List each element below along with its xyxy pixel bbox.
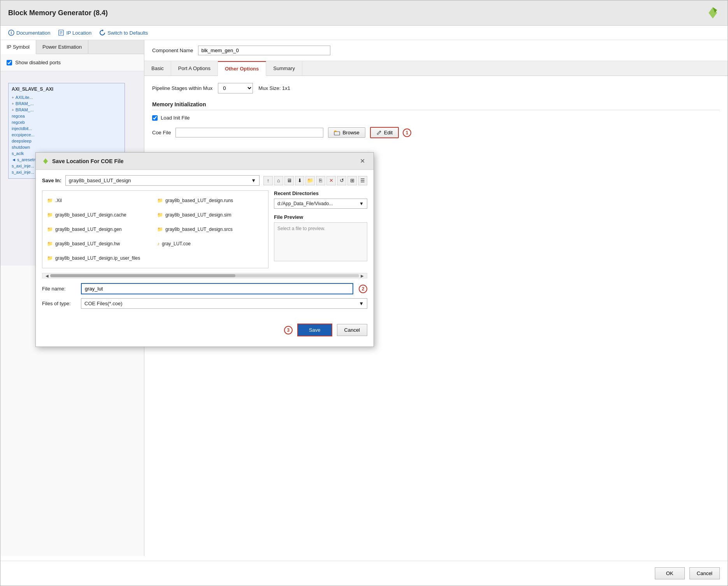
save-in-select[interactable]: gray8b_based_LUT_design ▼ [65,175,260,186]
refresh-dialog-icon[interactable]: ↺ [337,176,346,185]
copy-icon[interactable]: ⎘ [316,176,325,185]
scrollbar-track [50,274,359,277]
component-name-label: Component Name [152,48,193,53]
grid-view-icon[interactable]: ⊞ [347,176,357,185]
up-icon[interactable]: ↑ [263,176,273,185]
scrollbar-thumb [50,274,235,277]
delete-icon[interactable]: ✕ [326,176,336,185]
mux-size-label: Mux Size: 1x1 [258,85,290,91]
toolbar: i Documentation IP Location Switch to De… [0,26,728,40]
show-disabled-checkbox[interactable] [7,60,12,65]
filename-row: File name: 2 [42,283,367,294]
dialog-cancel-button[interactable]: Cancel [337,324,367,336]
list-item[interactable]: 📁gray8b_based_LUT_design.hw [46,237,155,250]
left-tabs: IP Symbol Power Estimation [0,40,144,54]
vivado-logo [706,6,720,20]
ip-port-axilite: + AXILite... [12,94,121,100]
pipeline-stages-select[interactable]: 0 1 2 [218,83,253,93]
tab-ip-symbol[interactable]: IP Symbol [0,40,36,54]
recent-dir-select[interactable]: d:/App_Data_File/Vivado... ▼ [274,199,367,209]
bottom-bar: OK Cancel [0,561,728,586]
coe-file-input[interactable] [175,128,323,137]
list-view-icon[interactable]: ☰ [358,176,367,185]
dialog-title-bar: Save Location For COE File ✕ [36,153,374,170]
ip-port-eccpipece: eccpipece... [12,132,121,138]
file-preview-label: File Preview [274,214,367,220]
list-item[interactable]: 📁gray8b_based_LUT_design.cache [46,208,155,222]
info-icon: i [8,30,14,36]
ip-port-bram2: + BRAM_... [12,107,121,113]
folder-icon: 📁 [157,212,163,218]
dialog-body: Save In: gray8b_based_LUT_design ▼ ↑ ⌂ 🖥… [36,170,374,320]
dialog-toolbar-icons: ↑ ⌂ 🖥 ⬇ 📁 ⎘ ✕ ↺ ⊞ ☰ [263,176,367,185]
coe-file-row: Coe File Browse Edit 1 [152,127,720,138]
home-icon[interactable]: ⌂ [274,176,283,185]
folder-icon: 📁 [47,241,53,246]
cancel-button[interactable]: Cancel [689,567,720,579]
tab-basic[interactable]: Basic [144,61,171,76]
file-name-label: File name: [42,286,77,292]
ip-port-regceb: regceb [12,119,121,125]
list-item[interactable]: 📁gray8b_based_LUT_design.runs [156,194,265,208]
folder-icon: 📁 [47,227,53,232]
list-item[interactable]: 📁.Xil [46,194,155,208]
dialog-title: Save Location For COE File [42,158,124,165]
window-title: Block Memory Generator (8.4) [8,9,108,17]
file-name-input[interactable] [81,283,353,294]
tab-power-estimation[interactable]: Power Estimation [36,40,88,54]
folder-icon [334,130,340,136]
scroll-right-arrow[interactable]: ▶ [359,274,365,278]
dialog-logo-icon [42,158,49,165]
edit-icon [376,130,382,136]
coe-file-icon: ♪ [157,241,160,246]
folder-icon: 📁 [47,212,53,218]
title-bar: Block Memory Generator (8.4) [0,0,728,26]
tab-port-a-options[interactable]: Port A Options [171,61,218,76]
scroll-left-arrow[interactable]: ◀ [44,274,50,278]
svg-text:i: i [11,31,12,35]
browse-button[interactable]: Browse [328,127,365,138]
save-in-row: Save In: gray8b_based_LUT_design ▼ ↑ ⌂ 🖥… [42,175,367,186]
ok-button[interactable]: OK [655,567,685,579]
main-window: Block Memory Generator (8.4) i Documenta… [0,0,728,586]
folder-icon: 📁 [47,255,53,261]
save-dialog: Save Location For COE File ✕ Save In: gr… [35,152,374,347]
load-init-file-label: Load Init File [161,115,189,121]
list-item[interactable]: ♪gray_LUT.coe [156,237,265,250]
ip-port-injectdbit: injectdbit... [12,125,121,132]
tab-summary[interactable]: Summary [266,61,302,76]
scrollbar-row[interactable]: ◀ ▶ [42,273,367,278]
folder-icon: 📁 [47,198,53,203]
ip-location-link[interactable]: IP Location [58,30,91,36]
save-in-label: Save In: [42,178,61,183]
tabs-row: Basic Port A Options Other Options Summa… [144,61,728,76]
ip-port-regcea: regcea [12,113,121,119]
file-preview-box: Select a file to preview. [274,222,367,261]
component-name-input[interactable] [198,46,330,55]
list-item[interactable]: 📁gray8b_based_LUT_design.gen [46,223,155,236]
edit-badge: 1 [403,128,411,137]
new-folder-icon[interactable]: 📁 [305,176,315,185]
save-button[interactable]: Save [297,324,332,336]
edit-button[interactable]: Edit [370,127,399,138]
switch-defaults-link[interactable]: Switch to Defaults [99,30,148,36]
list-item[interactable]: 📁gray8b_based_LUT_design.ip_user_files [46,251,155,265]
ip-port-bram1: + BRAM_... [12,100,121,107]
filetype-select[interactable]: COE Files(*.coe) ▼ [81,298,367,309]
list-item[interactable]: 📁gray8b_based_LUT_design.srcs [156,223,265,236]
file-browser-area: 📁.Xil 📁gray8b_based_LUT_design.runs 📁gra… [42,190,367,268]
save-badge: 3 [284,326,293,334]
tab-other-options[interactable]: Other Options [218,61,266,76]
right-sidebar: Recent Directories d:/App_Data_File/Viva… [274,190,367,268]
svg-rect-8 [334,132,340,135]
folder-icon: 📁 [157,198,163,203]
filetype-row: Files of type: COE Files(*.coe) ▼ [42,298,367,309]
download-icon[interactable]: ⬇ [295,176,304,185]
dialog-close-button[interactable]: ✕ [358,157,367,165]
desktop-icon[interactable]: 🖥 [284,176,294,185]
documentation-link[interactable]: i Documentation [8,30,50,36]
ip-port-shutdown: shutdown [12,144,121,150]
load-init-file-checkbox[interactable] [152,115,158,121]
files-of-type-label: Files of type: [42,301,77,306]
list-item[interactable]: 📁gray8b_based_LUT_design.sim [156,208,265,222]
